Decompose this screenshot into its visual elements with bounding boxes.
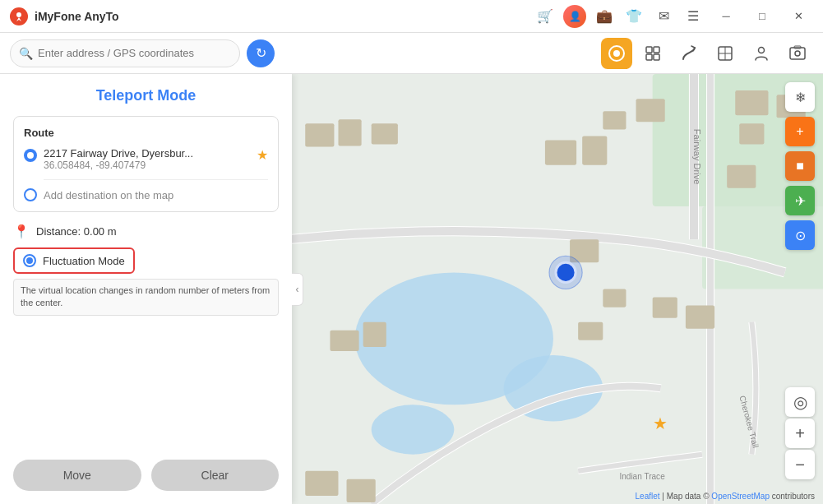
- menu-icon[interactable]: ☰: [682, 5, 705, 28]
- close-button[interactable]: ✕: [784, 5, 813, 28]
- map-area[interactable]: Fairway Drive Indian Trace Cherokee Trai…: [292, 74, 823, 504]
- search-icon: 🔍: [19, 47, 33, 60]
- route-item-source: 2217 Fairway Drive, Dyersbur... 36.05848…: [24, 147, 268, 171]
- fluctuation-description: The virtual location changes in random n…: [13, 279, 279, 316]
- svg-point-12: [795, 51, 800, 56]
- zoom-out-button[interactable]: −: [785, 450, 815, 479]
- contributors-text: contributors: [772, 492, 815, 501]
- briefcase-icon[interactable]: 💼: [593, 5, 616, 28]
- svg-rect-4: [654, 47, 659, 53]
- svg-rect-38: [330, 331, 358, 351]
- orange-box-control[interactable]: ■: [785, 151, 815, 181]
- svg-rect-36: [686, 306, 714, 329]
- fluctuation-mode-row[interactable]: Fluctuation Mode: [13, 247, 135, 274]
- svg-rect-3: [646, 47, 652, 53]
- search-input[interactable]: [38, 47, 231, 59]
- distance-row: 📍 Distance: 0.00 m: [13, 224, 279, 239]
- route-source-dot: [24, 149, 37, 162]
- map-background: Fairway Drive Indian Trace Cherokee Trai…: [292, 74, 823, 504]
- maximize-button[interactable]: □: [747, 5, 777, 28]
- svg-rect-33: [582, 136, 607, 164]
- collapse-sidebar-button[interactable]: ‹: [292, 273, 303, 306]
- shirt-icon[interactable]: 👕: [622, 5, 645, 28]
- refresh-button[interactable]: ↻: [247, 39, 275, 67]
- navigation-control[interactable]: ✈: [785, 186, 815, 215]
- map-zoom-controls: ◎ + −: [785, 387, 815, 479]
- svg-rect-25: [338, 119, 361, 146]
- sidebar-panel: Teleport Mode Route 2217 Fairway Drive, …: [0, 74, 292, 504]
- email-icon[interactable]: ✉: [652, 5, 675, 28]
- svg-point-0: [16, 12, 21, 17]
- route-divider: [44, 179, 268, 180]
- jump-mode-button[interactable]: [710, 38, 741, 69]
- add-destination-button[interactable]: Add destination on the map: [24, 188, 268, 201]
- svg-rect-34: [727, 165, 756, 188]
- svg-rect-32: [545, 140, 576, 164]
- svg-rect-11: [790, 48, 805, 59]
- fluctuation-radio-button[interactable]: [23, 254, 36, 267]
- zoom-in-button[interactable]: +: [785, 418, 815, 448]
- route-label: Route: [24, 127, 268, 139]
- route-favorite-star[interactable]: ★: [257, 147, 268, 163]
- svg-rect-29: [739, 123, 764, 144]
- map-controls-right: ❄ + ■ ✈ ⊙: [785, 82, 815, 250]
- map-attribution: Leaflet | Map data © OpenStreetMap contr…: [636, 492, 815, 501]
- minimize-button[interactable]: ─: [711, 5, 741, 28]
- svg-rect-6: [654, 54, 659, 60]
- route-address: 2217 Fairway Drive, Dyersbur... 36.05848…: [44, 147, 250, 171]
- mode-buttons: [601, 38, 813, 69]
- distance-label: Distance: 0.00 m: [36, 225, 117, 238]
- route-address-line1: 2217 Fairway Drive, Dyersbur...: [44, 147, 250, 160]
- snowflake-control[interactable]: ❄: [785, 82, 815, 112]
- svg-rect-40: [305, 471, 338, 496]
- map-data-text: | Map data ©: [662, 492, 711, 501]
- svg-rect-24: [305, 123, 334, 146]
- svg-rect-5: [646, 54, 652, 60]
- svg-text:Fairway Drive: Fairway Drive: [692, 129, 702, 185]
- svg-rect-35: [653, 298, 677, 318]
- svg-rect-39: [363, 322, 386, 347]
- title-bar: iMyFone AnyTo 🛒 👤 💼 👕 ✉ ☰ ─ □ ✕: [0, 0, 823, 33]
- svg-point-10: [759, 47, 765, 53]
- move-button[interactable]: Move: [13, 460, 141, 491]
- user-avatar-icon[interactable]: 👤: [563, 5, 586, 28]
- add-destination-label: Add destination on the map: [44, 189, 173, 201]
- action-buttons: Move Clear: [13, 460, 279, 491]
- svg-text:★: ★: [653, 414, 668, 432]
- cart-icon[interactable]: 🛒: [534, 5, 557, 28]
- svg-rect-37: [603, 289, 626, 307]
- route-address-coords: 36.058484, -89.407479: [44, 160, 250, 171]
- toolbar: 🔍 ↻: [0, 33, 823, 74]
- svg-rect-30: [636, 99, 665, 122]
- add-dest-icon: [24, 188, 37, 201]
- radio-inner-dot: [26, 257, 33, 264]
- svg-point-2: [613, 50, 620, 57]
- titlebar-icons: 🛒 👤 💼 👕 ✉ ☰ ─ □ ✕: [534, 5, 813, 28]
- main-content: Teleport Mode Route 2217 Fairway Drive, …: [0, 74, 823, 504]
- toggle-control[interactable]: ⊙: [785, 220, 815, 250]
- svg-rect-42: [578, 322, 603, 340]
- clear-button[interactable]: Clear: [151, 460, 280, 491]
- person-mode-button[interactable]: [746, 38, 777, 69]
- screenshot-mode-button[interactable]: [782, 38, 813, 69]
- leaflet-link[interactable]: Leaflet: [636, 492, 660, 501]
- search-box[interactable]: 🔍: [10, 39, 240, 67]
- svg-rect-26: [372, 123, 398, 144]
- fluctuation-mode-label: Fluctuation Mode: [43, 255, 125, 267]
- add-waypoint-control[interactable]: +: [785, 117, 815, 146]
- route-box: Route 2217 Fairway Drive, Dyersbur... 36…: [13, 116, 279, 212]
- zoom-location-button[interactable]: ◎: [785, 387, 815, 417]
- svg-rect-27: [735, 90, 768, 115]
- app-logo: [10, 7, 28, 25]
- svg-point-48: [549, 256, 582, 289]
- teleport-mode-button[interactable]: [601, 38, 632, 69]
- osm-link[interactable]: OpenStreetMap: [711, 492, 770, 501]
- route-mode-button[interactable]: [673, 38, 705, 69]
- svg-rect-31: [603, 111, 626, 129]
- distance-icon: 📍: [13, 224, 30, 239]
- app-title: iMyFone AnyTo: [35, 10, 534, 23]
- multi-stop-mode-button[interactable]: [637, 38, 668, 69]
- svg-point-17: [372, 405, 455, 454]
- sidebar-title: Teleport Mode: [13, 87, 279, 104]
- svg-rect-41: [347, 479, 376, 502]
